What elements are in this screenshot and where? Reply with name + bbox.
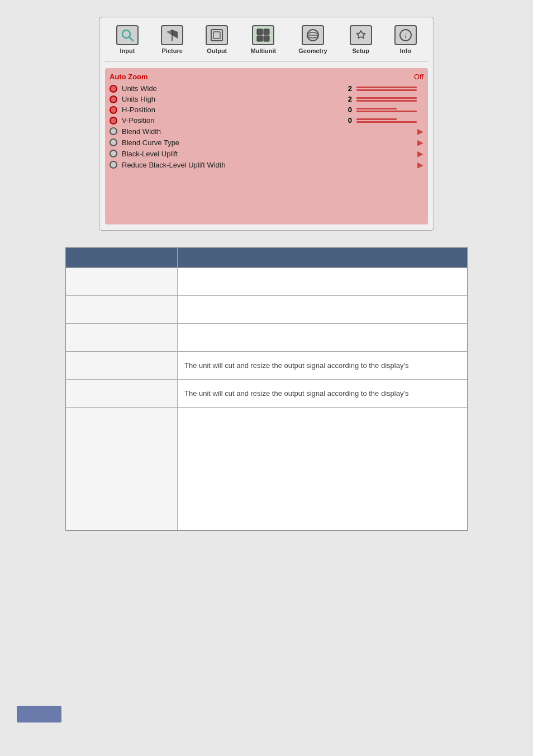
radio-h-position xyxy=(110,106,117,114)
info-label: Info xyxy=(400,47,411,54)
h-position-value: 0 xyxy=(341,106,352,114)
menu-row-blend-curve-type[interactable]: Blend Curve Type ▶ xyxy=(110,138,423,147)
setup-icon-box xyxy=(350,25,372,45)
menu-list: Units Wide 2 Units High 2 xyxy=(110,84,423,169)
blend-curve-type-arrow: ▶ xyxy=(417,138,423,147)
radio-blend-width xyxy=(110,127,117,135)
table-cell-3-right xyxy=(178,324,467,351)
geometry-icon-box xyxy=(302,25,324,45)
table-header-row xyxy=(66,248,467,268)
table-cell-6-right xyxy=(178,408,467,530)
units-wide-slider-row: 2 xyxy=(323,84,423,93)
table-cell-2-right xyxy=(178,296,467,323)
auto-zoom-value: Off xyxy=(414,73,423,81)
v-position-value: 0 xyxy=(341,116,352,125)
top-panel: Input Picture Output xyxy=(99,17,434,231)
units-wide-slider[interactable] xyxy=(356,87,423,91)
auto-zoom-label: Auto Zoom xyxy=(110,73,148,81)
nav-item-input[interactable]: Input xyxy=(112,23,143,56)
v-position-label: V-Position xyxy=(122,116,323,125)
svg-rect-6 xyxy=(264,29,269,35)
menu-row-reduce-black-level[interactable]: Reduce Black-Level Uplift Width ▶ xyxy=(110,160,423,169)
h-position-slider-row: 0 xyxy=(323,106,423,114)
v-position-slider-row: 0 xyxy=(323,116,423,125)
h-position-label: H-Position xyxy=(122,106,323,114)
table-header-left xyxy=(66,248,178,267)
slider-line-4 xyxy=(356,100,417,102)
menu-row-units-wide[interactable]: Units Wide 2 xyxy=(110,84,423,93)
radio-units-wide xyxy=(110,85,117,93)
svg-line-1 xyxy=(129,37,133,41)
table-cell-6-left xyxy=(66,408,178,530)
units-wide-label: Units Wide xyxy=(122,84,323,93)
search-icon xyxy=(120,27,135,43)
input-icon-box xyxy=(116,25,139,45)
reduce-black-level-label: Reduce Black-Level Uplift Width xyxy=(122,161,417,169)
blend-width-arrow: ▶ xyxy=(417,127,423,136)
reduce-black-level-arrow: ▶ xyxy=(417,160,423,169)
svg-rect-5 xyxy=(257,29,263,35)
table-cell-1-left xyxy=(66,268,178,295)
output-label: Output xyxy=(207,47,227,54)
units-high-slider[interactable] xyxy=(356,97,423,102)
multiunit-label: Multiunit xyxy=(250,47,276,54)
multiunit-icon-box xyxy=(252,25,274,45)
table-header-right xyxy=(178,248,467,267)
slider-line-6 xyxy=(356,111,417,112)
menu-row-units-high[interactable]: Units High 2 xyxy=(110,95,423,103)
output-icon-box xyxy=(206,25,228,45)
slider-line-8 xyxy=(356,121,417,123)
radio-units-high xyxy=(110,95,117,103)
h-position-slider[interactable] xyxy=(356,108,423,112)
nav-item-output[interactable]: Output xyxy=(201,23,232,56)
radio-reduce-black-level xyxy=(110,161,117,169)
menu-row-blend-width[interactable]: Blend Width ▶ xyxy=(110,127,423,136)
units-wide-value: 2 xyxy=(341,84,352,93)
slider-line-3 xyxy=(356,97,417,99)
nav-item-info[interactable]: i Info xyxy=(390,23,421,56)
table-cell-1-right xyxy=(178,268,467,295)
nav-item-setup[interactable]: Setup xyxy=(345,23,377,56)
v-position-slider[interactable] xyxy=(356,118,423,123)
auto-zoom-row: Auto Zoom Off xyxy=(110,73,423,81)
slider-line-7 xyxy=(356,118,397,120)
table-cell-4-left xyxy=(66,352,178,379)
table-cell-2-left xyxy=(66,296,178,323)
bottom-color-box xyxy=(17,706,61,722)
info-icon: i xyxy=(398,27,413,43)
units-high-value: 2 xyxy=(341,95,352,103)
picture-icon-box xyxy=(161,25,183,45)
menu-row-h-position[interactable]: H-Position 0 xyxy=(110,106,423,114)
table-row-4: The unit will cut and resize the output … xyxy=(66,352,467,380)
slider-line-2 xyxy=(356,89,417,91)
nav-bar: Input Picture Output xyxy=(105,23,428,61)
blend-curve-type-label: Blend Curve Type xyxy=(122,138,417,147)
blend-width-label: Blend Width xyxy=(122,127,417,136)
menu-row-v-position[interactable]: V-Position 0 xyxy=(110,116,423,125)
geometry-icon xyxy=(305,27,321,43)
table-row-5: The unit will cut and resize the output … xyxy=(66,380,467,408)
picture-label: Picture xyxy=(162,47,183,54)
input-label: Input xyxy=(120,47,135,54)
radio-blend-curve-type xyxy=(110,138,117,146)
content-area: Auto Zoom Off Units Wide 2 Unit xyxy=(105,68,428,224)
nav-item-geometry[interactable]: Geometry xyxy=(294,23,331,56)
radio-v-position xyxy=(110,117,117,125)
slider-line-1 xyxy=(356,87,417,88)
svg-rect-4 xyxy=(213,32,220,39)
table-row-2 xyxy=(66,296,467,324)
svg-rect-7 xyxy=(257,36,263,41)
setup-label: Setup xyxy=(353,47,370,54)
info-icon-box: i xyxy=(394,25,417,45)
table-cell-5-left xyxy=(66,380,178,407)
table-cell-3-left xyxy=(66,324,178,351)
info-table: The unit will cut and resize the output … xyxy=(65,247,468,531)
nav-item-picture[interactable]: Picture xyxy=(156,23,188,56)
black-level-uplift-label: Black-Level Uplift xyxy=(122,150,417,158)
units-high-slider-row: 2 xyxy=(323,95,423,103)
radio-black-level-uplift xyxy=(110,150,117,157)
nav-item-multiunit[interactable]: Multiunit xyxy=(246,23,280,56)
svg-rect-3 xyxy=(211,30,222,41)
menu-row-black-level-uplift[interactable]: Black-Level Uplift ▶ xyxy=(110,149,423,158)
slider-line-5 xyxy=(356,108,397,109)
